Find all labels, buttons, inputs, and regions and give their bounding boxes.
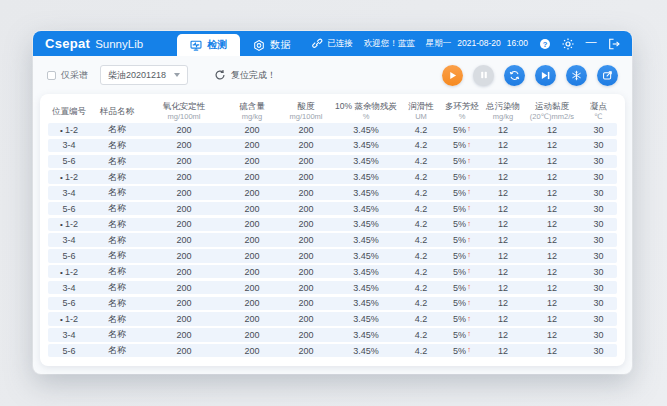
cell-freezing: 30 <box>580 314 617 324</box>
table-row[interactable]: •1-2名称2002002003.45%4.25%↑121230 <box>48 123 617 136</box>
cell-pah: 5%↑ <box>442 267 482 277</box>
reset-icon[interactable] <box>214 69 226 81</box>
freeze-button[interactable] <box>566 65 587 86</box>
active-position-bullet: • <box>60 220 63 229</box>
cell-sulfur: 200 <box>224 188 280 198</box>
cell-name: 名称 <box>90 313 144 326</box>
cell-pos: 5-6 <box>48 298 90 308</box>
help-icon[interactable]: ? <box>539 38 551 50</box>
cell-pos: 5-6 <box>48 204 90 214</box>
cell-lubricity: 4.2 <box>400 125 442 135</box>
cell-contaminants: 12 <box>482 251 524 261</box>
logo-brand: Csepat <box>45 36 90 51</box>
exit-button[interactable] <box>608 38 620 50</box>
cell-freezing: 30 <box>580 235 617 245</box>
spectrum-only-checkbox[interactable] <box>47 71 56 80</box>
table-row[interactable]: 3-4名称2002002003.45%4.25%↑121230 <box>48 233 617 246</box>
table-row[interactable]: 3-4名称2002002003.45%4.25%↑121230 <box>48 281 617 294</box>
cell-pos: •1-2 <box>48 267 90 277</box>
pause-button[interactable] <box>473 65 494 86</box>
over-limit-flag-icon: ↑ <box>467 156 471 165</box>
cell-pah: 5%↑ <box>442 346 482 356</box>
cell-sulfur: 200 <box>224 330 280 340</box>
cell-name: 名称 <box>90 155 144 168</box>
cell-pah: 5%↑ <box>442 251 482 261</box>
cell-pah: 5%↑ <box>442 125 482 135</box>
export-button[interactable] <box>597 65 618 86</box>
cell-residue: 3.45% <box>332 219 400 229</box>
cell-freezing: 30 <box>580 267 617 277</box>
cell-viscosity: 12 <box>524 283 580 293</box>
app-window: Csepat SunnyLib 检测 <box>33 31 632 374</box>
tab-data-label: 数据 <box>270 38 290 52</box>
column-header: 10% 蒸余物残炭% <box>332 101 400 120</box>
table-row[interactable]: 3-4名称2002002003.45%4.25%↑121230 <box>48 139 617 152</box>
cell-freezing: 30 <box>580 172 617 182</box>
minimize-button[interactable]: — <box>585 38 597 50</box>
cell-pah: 5%↑ <box>442 140 482 150</box>
cell-acidity: 200 <box>280 251 332 261</box>
cell-contaminants: 12 <box>482 125 524 135</box>
cell-name: 名称 <box>90 344 144 357</box>
active-position-bullet: • <box>60 126 63 135</box>
cell-name: 名称 <box>90 171 144 184</box>
cell-pah: 5%↑ <box>442 219 482 229</box>
titlebar: Csepat SunnyLib 检测 <box>33 31 632 56</box>
weekday: 星期一 <box>426 38 452 50</box>
tab-detect[interactable]: 检测 <box>177 34 240 56</box>
cell-freezing: 30 <box>580 346 617 356</box>
cell-contaminants: 12 <box>482 267 524 277</box>
cell-pos: 3-4 <box>48 188 90 198</box>
cell-freezing: 30 <box>580 330 617 340</box>
tab-data[interactable]: 数据 <box>240 34 303 56</box>
cell-freezing: 30 <box>580 219 617 229</box>
cell-residue: 3.45% <box>332 156 400 166</box>
cell-oxidation: 200 <box>144 330 224 340</box>
table-row[interactable]: 5-6名称2002002003.45%4.25%↑121230 <box>48 344 617 357</box>
cell-acidity: 200 <box>280 140 332 150</box>
cell-lubricity: 4.2 <box>400 156 442 166</box>
table-body: •1-2名称2002002003.45%4.25%↑1212303-4名称200… <box>48 123 617 357</box>
cell-oxidation: 200 <box>144 140 224 150</box>
table-row[interactable]: 5-6名称2002002003.45%4.25%↑121230 <box>48 155 617 168</box>
cell-freezing: 30 <box>580 140 617 150</box>
cell-residue: 3.45% <box>332 251 400 261</box>
cell-viscosity: 12 <box>524 140 580 150</box>
table-row[interactable]: 5-6名称2002002003.45%4.25%↑121230 <box>48 202 617 215</box>
sync-button[interactable] <box>504 65 525 86</box>
table-row[interactable]: •1-2名称2002002003.45%4.25%↑121230 <box>48 218 617 231</box>
cell-acidity: 200 <box>280 172 332 182</box>
table-row[interactable]: 3-4名称2002002003.45%4.25%↑121230 <box>48 328 617 341</box>
cell-residue: 3.45% <box>332 330 400 340</box>
table-row[interactable]: •1-2名称2002002003.45%4.25%↑121230 <box>48 312 617 325</box>
table-row[interactable]: 5-6名称2002002003.45%4.25%↑121230 <box>48 297 617 310</box>
method-select-value: 柴油20201218 <box>108 69 166 82</box>
table-row[interactable]: •1-2名称2002002003.45%4.25%↑121230 <box>48 170 617 183</box>
cell-residue: 3.45% <box>332 314 400 324</box>
table-row[interactable]: 5-6名称2002002003.45%4.25%↑121230 <box>48 249 617 262</box>
table-row[interactable]: 3-4名称2002002003.45%4.25%↑121230 <box>48 186 617 199</box>
cell-viscosity: 12 <box>524 267 580 277</box>
over-limit-flag-icon: ↑ <box>467 345 471 354</box>
cell-viscosity: 12 <box>524 219 580 229</box>
table-row[interactable]: •1-2名称2002002003.45%4.25%↑121230 <box>48 265 617 278</box>
svg-text:?: ? <box>543 39 548 48</box>
skip-button[interactable] <box>535 65 556 86</box>
cell-residue: 3.45% <box>332 125 400 135</box>
spectrum-only-checkbox-group[interactable]: 仅采谱 <box>47 69 88 82</box>
method-select[interactable]: 柴油20201218 <box>100 65 188 85</box>
welcome-text: 欢迎您！蓝蓝 <box>364 38 415 50</box>
settings-icon[interactable] <box>562 38 574 50</box>
cell-sulfur: 200 <box>224 267 280 277</box>
start-button[interactable] <box>442 65 463 86</box>
over-limit-flag-icon: ↑ <box>467 329 471 338</box>
cell-viscosity: 12 <box>524 172 580 182</box>
cell-residue: 3.45% <box>332 172 400 182</box>
cell-contaminants: 12 <box>482 140 524 150</box>
cell-oxidation: 200 <box>144 346 224 356</box>
spectrum-only-label: 仅采谱 <box>61 69 88 82</box>
cell-pos: •1-2 <box>48 172 90 182</box>
cell-name: 名称 <box>90 265 144 278</box>
cell-lubricity: 4.2 <box>400 251 442 261</box>
cell-pos: 3-4 <box>48 283 90 293</box>
